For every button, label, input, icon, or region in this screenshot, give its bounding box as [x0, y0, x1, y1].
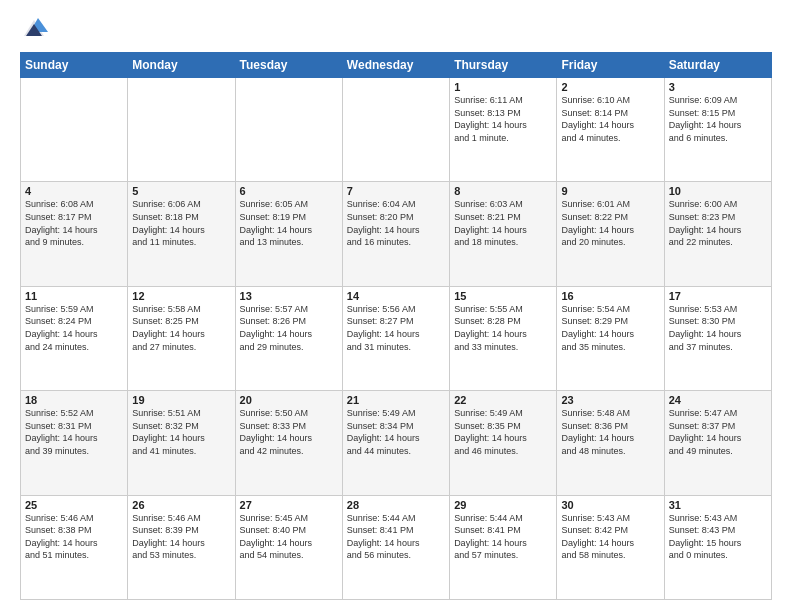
calendar-cell: 10Sunrise: 6:00 AMSunset: 8:23 PMDayligh…: [664, 182, 771, 286]
calendar-cell: 14Sunrise: 5:56 AMSunset: 8:27 PMDayligh…: [342, 286, 449, 390]
day-number: 26: [132, 499, 230, 511]
day-info: Sunrise: 6:11 AMSunset: 8:13 PMDaylight:…: [454, 94, 552, 144]
calendar-cell: [21, 78, 128, 182]
week-row-3: 18Sunrise: 5:52 AMSunset: 8:31 PMDayligh…: [21, 391, 772, 495]
day-info: Sunrise: 6:01 AMSunset: 8:22 PMDaylight:…: [561, 198, 659, 248]
calendar-cell: [342, 78, 449, 182]
day-number: 20: [240, 394, 338, 406]
day-number: 31: [669, 499, 767, 511]
day-info: Sunrise: 5:49 AMSunset: 8:34 PMDaylight:…: [347, 407, 445, 457]
calendar-cell: 4Sunrise: 6:08 AMSunset: 8:17 PMDaylight…: [21, 182, 128, 286]
day-info: Sunrise: 5:57 AMSunset: 8:26 PMDaylight:…: [240, 303, 338, 353]
day-info: Sunrise: 6:05 AMSunset: 8:19 PMDaylight:…: [240, 198, 338, 248]
calendar-cell: 29Sunrise: 5:44 AMSunset: 8:41 PMDayligh…: [450, 495, 557, 599]
day-number: 29: [454, 499, 552, 511]
day-number: 15: [454, 290, 552, 302]
day-info: Sunrise: 6:00 AMSunset: 8:23 PMDaylight:…: [669, 198, 767, 248]
day-info: Sunrise: 5:46 AMSunset: 8:38 PMDaylight:…: [25, 512, 123, 562]
day-info: Sunrise: 5:52 AMSunset: 8:31 PMDaylight:…: [25, 407, 123, 457]
day-number: 16: [561, 290, 659, 302]
day-info: Sunrise: 6:03 AMSunset: 8:21 PMDaylight:…: [454, 198, 552, 248]
calendar-cell: 7Sunrise: 6:04 AMSunset: 8:20 PMDaylight…: [342, 182, 449, 286]
header-day-monday: Monday: [128, 53, 235, 78]
day-number: 25: [25, 499, 123, 511]
day-number: 23: [561, 394, 659, 406]
calendar-cell: 1Sunrise: 6:11 AMSunset: 8:13 PMDaylight…: [450, 78, 557, 182]
day-info: Sunrise: 5:56 AMSunset: 8:27 PMDaylight:…: [347, 303, 445, 353]
calendar-cell: 22Sunrise: 5:49 AMSunset: 8:35 PMDayligh…: [450, 391, 557, 495]
day-info: Sunrise: 5:50 AMSunset: 8:33 PMDaylight:…: [240, 407, 338, 457]
calendar-cell: [128, 78, 235, 182]
day-number: 10: [669, 185, 767, 197]
day-number: 1: [454, 81, 552, 93]
week-row-2: 11Sunrise: 5:59 AMSunset: 8:24 PMDayligh…: [21, 286, 772, 390]
day-number: 3: [669, 81, 767, 93]
header-day-friday: Friday: [557, 53, 664, 78]
calendar-cell: 13Sunrise: 5:57 AMSunset: 8:26 PMDayligh…: [235, 286, 342, 390]
calendar-cell: 9Sunrise: 6:01 AMSunset: 8:22 PMDaylight…: [557, 182, 664, 286]
day-info: Sunrise: 5:44 AMSunset: 8:41 PMDaylight:…: [454, 512, 552, 562]
day-number: 2: [561, 81, 659, 93]
calendar-cell: 11Sunrise: 5:59 AMSunset: 8:24 PMDayligh…: [21, 286, 128, 390]
day-info: Sunrise: 5:53 AMSunset: 8:30 PMDaylight:…: [669, 303, 767, 353]
calendar-cell: 2Sunrise: 6:10 AMSunset: 8:14 PMDaylight…: [557, 78, 664, 182]
day-info: Sunrise: 6:10 AMSunset: 8:14 PMDaylight:…: [561, 94, 659, 144]
calendar-header-row: SundayMondayTuesdayWednesdayThursdayFrid…: [21, 53, 772, 78]
header-day-wednesday: Wednesday: [342, 53, 449, 78]
header-day-tuesday: Tuesday: [235, 53, 342, 78]
day-number: 8: [454, 185, 552, 197]
day-info: Sunrise: 5:58 AMSunset: 8:25 PMDaylight:…: [132, 303, 230, 353]
logo: [20, 16, 50, 44]
day-info: Sunrise: 5:51 AMSunset: 8:32 PMDaylight:…: [132, 407, 230, 457]
calendar-cell: 28Sunrise: 5:44 AMSunset: 8:41 PMDayligh…: [342, 495, 449, 599]
day-number: 7: [347, 185, 445, 197]
week-row-4: 25Sunrise: 5:46 AMSunset: 8:38 PMDayligh…: [21, 495, 772, 599]
calendar-cell: 18Sunrise: 5:52 AMSunset: 8:31 PMDayligh…: [21, 391, 128, 495]
page: SundayMondayTuesdayWednesdayThursdayFrid…: [0, 0, 792, 612]
day-info: Sunrise: 5:46 AMSunset: 8:39 PMDaylight:…: [132, 512, 230, 562]
calendar-cell: 16Sunrise: 5:54 AMSunset: 8:29 PMDayligh…: [557, 286, 664, 390]
header-day-sunday: Sunday: [21, 53, 128, 78]
week-row-0: 1Sunrise: 6:11 AMSunset: 8:13 PMDaylight…: [21, 78, 772, 182]
calendar-cell: 31Sunrise: 5:43 AMSunset: 8:43 PMDayligh…: [664, 495, 771, 599]
day-info: Sunrise: 5:59 AMSunset: 8:24 PMDaylight:…: [25, 303, 123, 353]
day-number: 9: [561, 185, 659, 197]
calendar-cell: 8Sunrise: 6:03 AMSunset: 8:21 PMDaylight…: [450, 182, 557, 286]
header-day-saturday: Saturday: [664, 53, 771, 78]
day-info: Sunrise: 6:08 AMSunset: 8:17 PMDaylight:…: [25, 198, 123, 248]
day-number: 17: [669, 290, 767, 302]
day-info: Sunrise: 5:47 AMSunset: 8:37 PMDaylight:…: [669, 407, 767, 457]
header-day-thursday: Thursday: [450, 53, 557, 78]
calendar-cell: 3Sunrise: 6:09 AMSunset: 8:15 PMDaylight…: [664, 78, 771, 182]
day-number: 24: [669, 394, 767, 406]
calendar-cell: 23Sunrise: 5:48 AMSunset: 8:36 PMDayligh…: [557, 391, 664, 495]
day-number: 22: [454, 394, 552, 406]
day-number: 19: [132, 394, 230, 406]
calendar-cell: 26Sunrise: 5:46 AMSunset: 8:39 PMDayligh…: [128, 495, 235, 599]
calendar-cell: 15Sunrise: 5:55 AMSunset: 8:28 PMDayligh…: [450, 286, 557, 390]
day-info: Sunrise: 5:43 AMSunset: 8:43 PMDaylight:…: [669, 512, 767, 562]
day-info: Sunrise: 5:43 AMSunset: 8:42 PMDaylight:…: [561, 512, 659, 562]
calendar-cell: 21Sunrise: 5:49 AMSunset: 8:34 PMDayligh…: [342, 391, 449, 495]
calendar-cell: 5Sunrise: 6:06 AMSunset: 8:18 PMDaylight…: [128, 182, 235, 286]
day-number: 6: [240, 185, 338, 197]
day-number: 14: [347, 290, 445, 302]
day-info: Sunrise: 5:44 AMSunset: 8:41 PMDaylight:…: [347, 512, 445, 562]
day-info: Sunrise: 5:55 AMSunset: 8:28 PMDaylight:…: [454, 303, 552, 353]
day-number: 21: [347, 394, 445, 406]
day-number: 5: [132, 185, 230, 197]
day-info: Sunrise: 6:09 AMSunset: 8:15 PMDaylight:…: [669, 94, 767, 144]
day-info: Sunrise: 6:04 AMSunset: 8:20 PMDaylight:…: [347, 198, 445, 248]
calendar-cell: 19Sunrise: 5:51 AMSunset: 8:32 PMDayligh…: [128, 391, 235, 495]
calendar-cell: 27Sunrise: 5:45 AMSunset: 8:40 PMDayligh…: [235, 495, 342, 599]
calendar-cell: 12Sunrise: 5:58 AMSunset: 8:25 PMDayligh…: [128, 286, 235, 390]
header: [20, 16, 772, 44]
calendar-cell: 17Sunrise: 5:53 AMSunset: 8:30 PMDayligh…: [664, 286, 771, 390]
day-number: 12: [132, 290, 230, 302]
day-number: 18: [25, 394, 123, 406]
day-info: Sunrise: 5:45 AMSunset: 8:40 PMDaylight:…: [240, 512, 338, 562]
calendar-cell: 25Sunrise: 5:46 AMSunset: 8:38 PMDayligh…: [21, 495, 128, 599]
day-info: Sunrise: 5:48 AMSunset: 8:36 PMDaylight:…: [561, 407, 659, 457]
calendar-cell: 20Sunrise: 5:50 AMSunset: 8:33 PMDayligh…: [235, 391, 342, 495]
day-number: 4: [25, 185, 123, 197]
